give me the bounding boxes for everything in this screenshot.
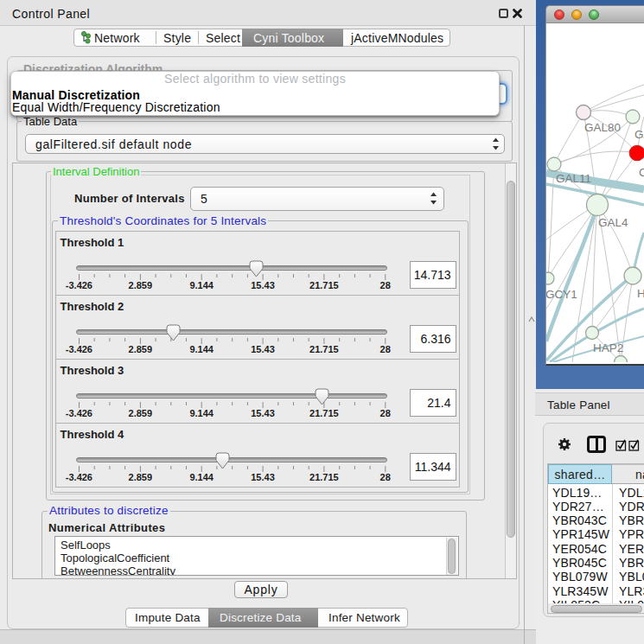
svg-text:GAL11: GAL11 <box>556 172 591 185</box>
svg-text:GAL: GAL <box>634 128 644 141</box>
svg-text:HAP2: HAP2 <box>593 341 623 354</box>
svg-text:GAL80: GAL80 <box>584 121 621 134</box>
svg-text:H: H <box>637 287 644 300</box>
svg-text:GCY1: GCY1 <box>546 288 577 301</box>
svg-text:GAL4: GAL4 <box>598 216 628 229</box>
svg-text:C: C <box>639 166 644 179</box>
